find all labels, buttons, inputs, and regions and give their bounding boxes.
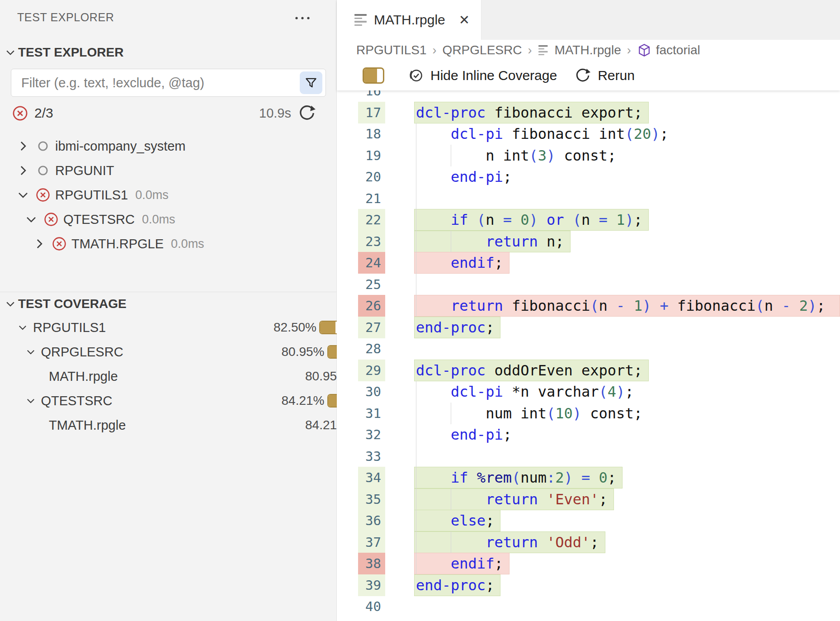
- test-tree-item[interactable]: RPGUTILS10.0ms: [0, 183, 353, 207]
- code-line[interactable]: 18 dcl-pi fibonacci int(20);: [337, 123, 840, 145]
- coverage-tree-item[interactable]: QRPGLESRC80.95%: [0, 340, 362, 364]
- line-number-gutter[interactable]: 33: [358, 446, 385, 467]
- test-item-label: RPGUNIT: [55, 163, 114, 178]
- indent-guide: [416, 145, 416, 166]
- line-number-gutter[interactable]: 35: [358, 488, 385, 510]
- more-actions-button[interactable]: [292, 9, 313, 27]
- error-icon: [52, 236, 67, 251]
- line-number-gutter[interactable]: 25: [358, 274, 385, 295]
- hide-inline-coverage-button[interactable]: Hide Inline Coverage: [408, 67, 557, 84]
- line-number-gutter[interactable]: 20: [358, 166, 385, 188]
- line-number-gutter[interactable]: 31: [358, 403, 385, 424]
- code-line-text: dcl-proc fibonacci export;: [414, 102, 649, 123]
- indent-guide: [416, 424, 416, 446]
- indent-guide: [416, 467, 416, 488]
- code-line[interactable]: 27end-proc;: [337, 317, 840, 338]
- test-filter: [11, 69, 326, 97]
- breadcrumb-label: MATH.rpgle: [554, 43, 621, 57]
- filter-options-button[interactable]: [300, 71, 322, 94]
- code-line[interactable]: 25: [337, 274, 840, 295]
- indent-guide: [416, 231, 416, 252]
- test-explorer-section-header[interactable]: TEST EXPLORER: [0, 43, 336, 62]
- test-coverage-section-header[interactable]: TEST COVERAGE: [0, 294, 336, 314]
- close-icon[interactable]: ✕: [459, 14, 470, 27]
- test-item-duration: 0.0ms: [135, 188, 169, 202]
- code-view[interactable]: 1617dcl-proc fibonacci export;18 dcl-pi …: [337, 0, 840, 621]
- code-line[interactable]: 29dcl-proc oddOrEven export;: [337, 360, 840, 381]
- test-tree-item[interactable]: QTESTSRC0.0ms: [0, 207, 361, 232]
- line-number-gutter[interactable]: 32: [358, 424, 385, 446]
- breadcrumb-item[interactable]: QRPGLESRC: [443, 43, 522, 57]
- code-line-text: return 'Even';: [414, 488, 614, 510]
- code-line[interactable]: 17dcl-proc fibonacci export;: [337, 102, 840, 123]
- code-line[interactable]: 26 return fibonacci(n - 1) + fibonacci(n…: [337, 295, 840, 317]
- line-number-gutter[interactable]: 27: [358, 317, 385, 338]
- code-line[interactable]: 23 return n;: [337, 231, 840, 252]
- line-number-gutter[interactable]: 23: [358, 231, 385, 252]
- tab-title: MATH.rpgle: [374, 12, 445, 28]
- filter-input[interactable]: [11, 69, 326, 96]
- code-line[interactable]: 39end-proc;: [337, 574, 840, 596]
- line-number-gutter[interactable]: 17: [358, 102, 385, 123]
- indent-guide: [416, 123, 416, 145]
- code-line[interactable]: 19 n int(3) const;: [337, 145, 840, 166]
- line-number-gutter[interactable]: 36: [358, 510, 385, 531]
- breadcrumb-item[interactable]: factorial: [637, 43, 700, 57]
- line-number-gutter[interactable]: 22: [358, 209, 385, 231]
- code-line[interactable]: 28: [337, 338, 840, 360]
- line-number-gutter[interactable]: 34: [358, 467, 385, 488]
- code-line[interactable]: 21: [337, 188, 840, 209]
- funnel-icon: [305, 76, 317, 89]
- coverage-tree-item[interactable]: RPGUTILS182.50%: [0, 315, 354, 340]
- line-number-gutter[interactable]: 19: [358, 145, 385, 166]
- code-line[interactable]: 22 if (n = 0) or (n = 1);: [337, 209, 840, 231]
- code-line-text: return n;: [414, 231, 571, 252]
- test-tree-item[interactable]: TMATH.RPGLE0.0ms: [0, 232, 369, 256]
- breadcrumb-label: RPGUTILS1: [356, 43, 427, 57]
- test-tree-item[interactable]: RPGUNIT: [0, 158, 353, 183]
- indent-guide: [451, 531, 451, 553]
- line-number-gutter[interactable]: 26: [358, 295, 385, 317]
- coverage-tree-item[interactable]: QTESTSRC84.21%: [0, 389, 362, 413]
- tab-strip: MATH.rpgle ✕: [337, 0, 840, 40]
- breadcrumb-label: factorial: [656, 43, 700, 57]
- line-number-gutter[interactable]: 28: [358, 338, 385, 360]
- code-line[interactable]: 30 dcl-pi *n varchar(4);: [337, 381, 840, 403]
- line-number-gutter[interactable]: 40: [358, 596, 385, 617]
- code-line[interactable]: 38 endif;: [337, 553, 840, 574]
- indent-guide: [416, 188, 416, 209]
- code-line[interactable]: 33: [337, 446, 840, 467]
- rerun-button[interactable]: Rerun: [574, 67, 635, 84]
- coverage-percent: 84.21%: [282, 393, 325, 408]
- coverage-toggle-icon[interactable]: [363, 67, 384, 84]
- code-line[interactable]: 36 else;: [337, 510, 840, 531]
- line-number-gutter[interactable]: 24: [358, 252, 385, 274]
- code-line[interactable]: 32 end-pi;: [337, 424, 840, 446]
- chevron-down-icon: [17, 321, 28, 334]
- code-line[interactable]: 20 end-pi;: [337, 166, 840, 188]
- coverage-tree-item[interactable]: TMATH.rpgle84.21%: [0, 413, 386, 437]
- line-number-gutter[interactable]: 30: [358, 381, 385, 403]
- chevron-down-icon: [25, 394, 36, 408]
- line-number-gutter[interactable]: 29: [358, 360, 385, 381]
- code-line[interactable]: 31 num int(10) const;: [337, 403, 840, 424]
- code-line[interactable]: 40: [337, 596, 840, 617]
- breadcrumb-item[interactable]: RPGUTILS1: [356, 43, 427, 57]
- test-tree-item[interactable]: ibmi-company_system: [0, 134, 353, 158]
- line-number-gutter[interactable]: 38: [358, 553, 385, 574]
- line-number-gutter[interactable]: 37: [358, 531, 385, 553]
- code-line[interactable]: 35 return 'Even';: [337, 488, 840, 510]
- indent-guide: [416, 381, 416, 403]
- rerun-icon[interactable]: [297, 104, 316, 123]
- line-number-gutter[interactable]: 18: [358, 123, 385, 145]
- code-line[interactable]: 37 return 'Odd';: [337, 531, 840, 553]
- code-line[interactable]: 34 if %rem(num:2) = 0;: [337, 467, 840, 488]
- code-line[interactable]: 24 endif;: [337, 252, 840, 274]
- breadcrumb-item[interactable]: MATH.rpgle: [538, 43, 621, 57]
- chevron-down-icon: [25, 394, 36, 408]
- tab-math-rpgle[interactable]: MATH.rpgle ✕: [337, 0, 481, 40]
- line-number-gutter[interactable]: 39: [358, 574, 385, 596]
- line-number-gutter[interactable]: 21: [358, 188, 385, 209]
- coverage-tree-item[interactable]: MATH.rpgle80.95%: [0, 364, 386, 389]
- code-line-text: return fibonacci(n - 1) + fibonacci(n - …: [414, 295, 840, 317]
